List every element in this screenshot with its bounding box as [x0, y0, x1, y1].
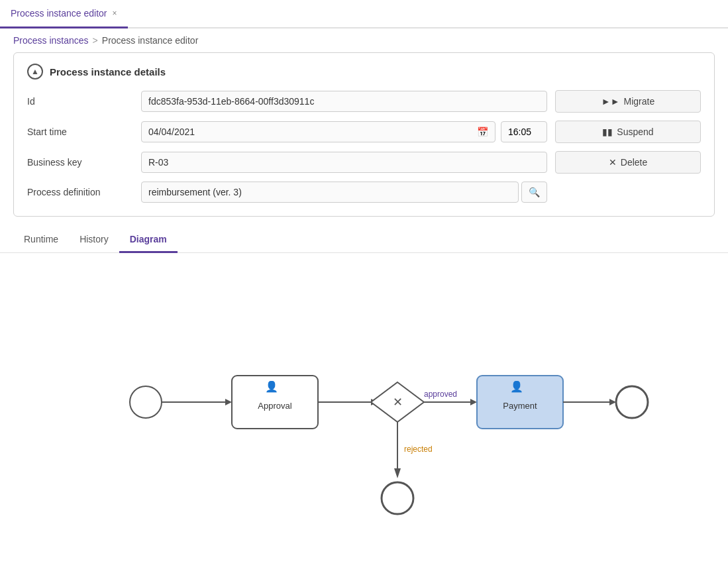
delete-button[interactable]: ✕ Delete [555, 151, 701, 174]
migrate-button[interactable]: ►► Migrate [555, 90, 701, 113]
details-card: ▲ Process instance details Id ►► Migrate… [13, 52, 715, 217]
process-def-label: Process definition [27, 187, 133, 197]
search-icon: 🔍 [529, 187, 540, 197]
approved-label: approved [423, 390, 456, 399]
close-icon[interactable]: × [113, 9, 117, 18]
tab-bar: Process instance editor × [0, 0, 728, 28]
date-input[interactable]: 04/04/2021 📅 [141, 121, 495, 142]
business-key-input[interactable] [141, 152, 547, 173]
sub-tabs: Runtime History Diagram [0, 227, 728, 253]
arrow-gateway-rejected-end [394, 468, 401, 478]
breadcrumb-separator: > [93, 35, 98, 46]
approval-label: Approval [258, 401, 291, 411]
breadcrumb-current: Process instance editor [102, 35, 199, 46]
delete-label: Delete [621, 157, 647, 168]
id-label: Id [27, 96, 133, 107]
id-input[interactable] [141, 91, 547, 112]
business-key-label: Business key [27, 157, 133, 168]
suspend-button[interactable]: ▮▮ Suspend [555, 121, 701, 143]
arrow-start-approval [225, 399, 232, 405]
tab-history[interactable]: History [69, 227, 119, 253]
calendar-icon[interactable]: 📅 [477, 127, 488, 137]
bpmn-diagram: 👤 Approval ✕ approved 👤 Payment rejected [79, 276, 649, 528]
start-event[interactable] [130, 386, 162, 418]
tab-label: Process instance editor [11, 8, 107, 19]
tab-runtime[interactable]: Runtime [13, 227, 69, 253]
end-event-inner [620, 390, 644, 414]
payment-user-icon: 👤 [510, 380, 523, 393]
breadcrumb-parent[interactable]: Process instances [13, 35, 89, 46]
date-value: 04/04/2021 [148, 127, 195, 137]
gateway-x-icon: ✕ [392, 395, 402, 409]
tab-process-instance-editor[interactable]: Process instance editor × [0, 0, 128, 28]
delete-icon: ✕ [609, 157, 617, 168]
process-def-search-button[interactable]: 🔍 [521, 182, 547, 203]
process-def-input[interactable] [141, 182, 519, 203]
card-header: ▲ Process instance details [27, 64, 701, 79]
process-def-container: 🔍 [141, 182, 547, 203]
time-input[interactable] [501, 121, 547, 142]
form-grid: Id ►► Migrate Start time 04/04/2021 📅 ▮▮… [27, 90, 701, 203]
suspend-icon: ▮▮ [602, 127, 613, 137]
start-time-label: Start time [27, 127, 133, 137]
section-title: Process instance details [50, 66, 166, 78]
rejected-label: rejected [404, 445, 433, 454]
migrate-label: Migrate [624, 96, 655, 107]
breadcrumb: Process instances > Process instance edi… [0, 28, 728, 52]
arrow-gateway-payment [470, 399, 477, 405]
date-time-container: 04/04/2021 📅 [141, 121, 547, 142]
tab-diagram[interactable]: Diagram [119, 227, 178, 253]
collapse-icon[interactable]: ▲ [27, 64, 43, 79]
end-event-rejected-inner [386, 486, 409, 510]
diagram-area: 👤 Approval ✕ approved 👤 Payment rejected [0, 253, 728, 551]
suspend-label: Suspend [617, 127, 653, 137]
migrate-icon: ►► [601, 96, 620, 107]
payment-label: Payment [503, 401, 537, 411]
approval-user-icon: 👤 [265, 380, 278, 393]
